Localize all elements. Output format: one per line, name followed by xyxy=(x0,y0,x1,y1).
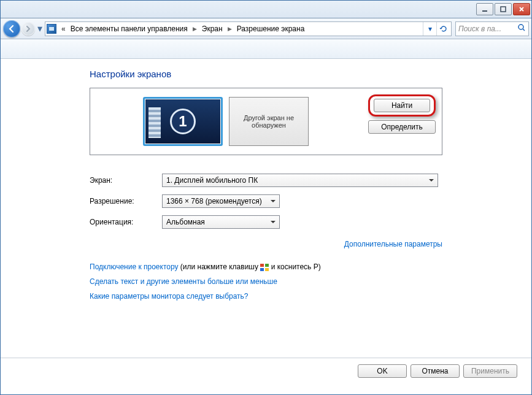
which-params-link[interactable]: Какие параметры монитора следует выбрать… xyxy=(90,292,249,301)
address-dropdown[interactable]: ▾ xyxy=(423,22,436,36)
minimize-button[interactable] xyxy=(476,3,493,15)
forward-button[interactable] xyxy=(21,22,35,36)
projector-link[interactable]: Подключение к проектору xyxy=(90,263,179,271)
settings-form: Экран: 1. Дисплей мобильного ПК Разрешен… xyxy=(90,174,442,229)
screen-label: Экран: xyxy=(90,176,162,185)
apply-button[interactable]: Применить xyxy=(463,364,517,378)
projector-text-tail: и коснитесь P) xyxy=(269,263,320,271)
monitor-number: 1 xyxy=(170,109,196,134)
orientation-dropdown[interactable]: Альбомная xyxy=(162,215,280,229)
resolution-label: Разрешение: xyxy=(90,197,162,205)
dialog-buttons: OK Отмена Применить xyxy=(0,358,532,378)
ok-button[interactable]: OK xyxy=(358,364,407,378)
search-box[interactable]: Поиск в па... xyxy=(455,21,529,36)
find-button[interactable]: Найти xyxy=(374,99,430,112)
chevron-right-icon: ▶ xyxy=(190,26,199,32)
projector-text-suffix: (или нажмите клавишу xyxy=(179,263,261,271)
titlebar xyxy=(0,0,532,18)
display-preview-box: 1 Другой экран не обнаружен Найти Опреде… xyxy=(90,88,442,155)
svg-rect-0 xyxy=(482,10,487,12)
chevron-right-icon: ▶ xyxy=(225,26,234,32)
breadcrumb-root[interactable]: Все элементы панели управления xyxy=(68,24,190,34)
close-button[interactable] xyxy=(513,3,530,15)
toolbar xyxy=(0,39,532,59)
screen-value: 1. Дисплей мобильного ПК xyxy=(166,176,258,185)
windows-key-icon xyxy=(260,264,269,271)
page-title: Настройки экранов xyxy=(90,69,442,79)
screen-dropdown[interactable]: 1. Дисплей мобильного ПК xyxy=(162,174,438,187)
content-area: Настройки экранов 1 Другой экран не обна… xyxy=(0,59,532,304)
search-icon xyxy=(517,23,526,34)
svg-point-2 xyxy=(519,25,523,29)
highlight-annotation: Найти xyxy=(368,94,436,117)
control-panel-icon xyxy=(47,24,56,34)
other-display-placeholder[interactable]: Другой экран не обнаружен xyxy=(229,97,309,146)
address-bar[interactable]: « Все элементы панели управления ▶ Экран… xyxy=(45,21,452,36)
svg-rect-1 xyxy=(501,7,506,12)
orientation-label: Ориентация: xyxy=(90,218,162,226)
cancel-button[interactable]: Отмена xyxy=(411,364,460,378)
resolution-dropdown[interactable]: 1366 × 768 (рекомендуется) xyxy=(162,194,280,208)
breadcrumb-resolution[interactable]: Разрешение экрана xyxy=(234,24,307,34)
monitor-1[interactable]: 1 xyxy=(143,97,223,146)
breadcrumb-screen[interactable]: Экран xyxy=(199,24,225,34)
enlarge-text-link[interactable]: Сделать текст и другие элементы больше и… xyxy=(90,277,277,286)
advanced-settings-link[interactable]: Дополнительные параметры xyxy=(344,240,442,248)
breadcrumb-chevron[interactable]: « xyxy=(59,24,68,34)
orientation-value: Альбомная xyxy=(166,218,205,226)
refresh-button[interactable] xyxy=(436,22,450,36)
back-button[interactable] xyxy=(3,20,20,37)
identify-button[interactable]: Определить xyxy=(368,120,436,134)
search-placeholder: Поиск в па... xyxy=(458,25,517,33)
history-dropdown[interactable]: ▾ xyxy=(36,23,44,34)
navbar: ▾ « Все элементы панели управления ▶ Экр… xyxy=(0,18,532,39)
maximize-button[interactable] xyxy=(495,3,512,15)
resolution-value: 1366 × 768 (рекомендуется) xyxy=(166,197,262,205)
